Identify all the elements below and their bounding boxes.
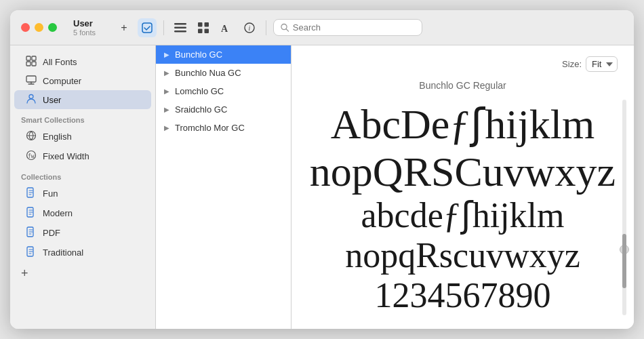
svg-rect-2 <box>174 26 186 28</box>
svg-rect-1 <box>174 23 186 25</box>
preview-line-uppercase2: nopQRSCuvwxyz <box>310 148 616 195</box>
svg-rect-7 <box>205 28 209 33</box>
font-list-item-label-5: Tromchlo Mor GC <box>175 123 245 133</box>
sidebar-item-traditional-label: Traditional <box>43 247 83 258</box>
font-list-item-tromchlo-mor-gc[interactable]: ▶ Tromchlo Mor GC <box>156 119 291 137</box>
fixed-width-icon: fw <box>25 150 37 163</box>
content-area: All Fonts Computer User <box>10 45 634 329</box>
sidebar-item-computer[interactable]: Computer <box>14 72 151 90</box>
svg-rect-5 <box>205 22 209 27</box>
svg-point-18 <box>29 95 33 99</box>
sidebar-item-fixed-width-label: Fixed Width <box>43 151 89 161</box>
maximize-button[interactable] <box>48 23 57 32</box>
svg-rect-14 <box>32 56 36 60</box>
sidebar: All Fonts Computer User <box>10 45 156 329</box>
expand-chevron-3: ▶ <box>164 87 169 95</box>
svg-text:fw: fw <box>28 153 35 159</box>
sidebar-item-computer-label: Computer <box>43 76 81 86</box>
all-fonts-icon <box>25 56 37 68</box>
expand-chevron-4: ▶ <box>164 106 169 113</box>
window-title: User <box>73 18 96 28</box>
svg-rect-0 <box>142 23 152 33</box>
computer-icon <box>25 75 37 87</box>
svg-text:A: A <box>221 24 228 33</box>
font-preview-content: AbcDeƒʃhijklm nopQRSCuvwxyz abcdeƒʃhijkl… <box>308 98 618 318</box>
collections-label: Collections <box>10 166 155 184</box>
font-list-item-label-4: Sraidchlo GC <box>175 104 227 115</box>
toolbar-actions: + <box>115 18 422 37</box>
sidebar-item-user[interactable]: User <box>14 90 151 109</box>
sidebar-item-modern-label: Modern <box>43 208 73 218</box>
pdf-icon <box>25 226 37 239</box>
svg-rect-4 <box>198 22 203 27</box>
window-subtitle: 5 fonts <box>73 28 96 37</box>
search-box[interactable] <box>273 19 422 36</box>
svg-line-12 <box>286 29 289 32</box>
font-list: ▶ Bunchlo GC ▶ Bunchlo Nua GC ▶ Lomchlo … <box>156 45 291 329</box>
font-name-preview: Bunchlo GC Regular <box>308 80 618 91</box>
minimize-button[interactable] <box>35 23 43 32</box>
svg-rect-6 <box>198 28 203 33</box>
preview-line-numbers: 1234567890 <box>375 276 551 315</box>
scrollbar-thumb[interactable] <box>622 234 626 288</box>
font-list-item-label: Bunchlo GC <box>175 49 222 60</box>
traffic-lights <box>21 23 57 32</box>
grid-view-button[interactable] <box>194 18 213 37</box>
size-label: Size: <box>562 59 582 69</box>
font-list-item-lomchlo-gc[interactable]: ▶ Lomchlo GC <box>156 82 291 100</box>
window-title-section: User 5 fonts <box>73 18 96 37</box>
search-input[interactable] <box>293 22 415 33</box>
smart-collections-label: Smart Collections <box>10 109 155 127</box>
sidebar-item-modern[interactable]: Modern <box>14 203 151 223</box>
sidebar-item-pdf[interactable]: PDF <box>14 223 151 243</box>
user-icon <box>25 94 37 106</box>
sidebar-item-fixed-width[interactable]: fw Fixed Width <box>14 146 151 166</box>
scrollbar-area[interactable] <box>620 100 628 315</box>
size-select[interactable]: Fit 12 18 24 36 48 72 <box>586 56 618 72</box>
sidebar-item-all-fonts[interactable]: All Fonts <box>14 52 151 72</box>
sidebar-item-all-fonts-label: All Fonts <box>43 57 77 67</box>
toolbar-separator-1 <box>163 20 164 35</box>
font-list-item-bunchlo-gc[interactable]: ▶ Bunchlo GC <box>156 45 291 64</box>
preview-line-uppercase: AbcDeƒʃhijklm <box>331 101 595 147</box>
scrollbar-track <box>622 100 626 315</box>
add-font-button[interactable]: + <box>115 18 134 37</box>
english-icon <box>25 130 37 143</box>
sidebar-item-user-label: User <box>43 95 61 105</box>
preview-line-lowercase2: nopqRscuvwxyz <box>345 236 580 275</box>
toolbar-separator-2 <box>266 20 266 35</box>
add-collection-button[interactable]: + <box>10 262 39 285</box>
titlebar: User 5 fonts + <box>10 10 634 45</box>
app-window: User 5 fonts + <box>10 10 634 329</box>
sidebar-item-fun-label: Fun <box>43 188 58 199</box>
font-list-item-label-3: Lomchlo GC <box>175 86 224 96</box>
svg-rect-17 <box>26 76 36 82</box>
svg-text:i: i <box>249 24 251 32</box>
sidebar-item-english[interactable]: English <box>14 127 151 146</box>
info-button[interactable]: i <box>240 18 259 37</box>
font-list-item-label-2: Bunchlo Nua GC <box>175 68 241 78</box>
svg-rect-15 <box>26 62 31 66</box>
search-icon <box>281 23 289 32</box>
traditional-icon <box>25 246 37 259</box>
close-button[interactable] <box>21 23 30 32</box>
expand-chevron-2: ▶ <box>164 69 169 77</box>
svg-rect-3 <box>174 31 186 33</box>
size-control: Size: Fit 12 18 24 36 48 72 <box>562 56 618 72</box>
expand-chevron: ▶ <box>164 51 169 58</box>
preview-line-lowercase: abcdeƒʃhijklm <box>361 196 564 235</box>
modern-icon <box>25 207 37 220</box>
preview-area: Size: Fit 12 18 24 36 48 72 Bunchlo GC R… <box>291 45 634 329</box>
sidebar-item-traditional[interactable]: Traditional <box>14 243 151 262</box>
svg-rect-13 <box>26 56 31 60</box>
font-preview-button[interactable]: A <box>217 18 236 37</box>
sidebar-item-english-label: English <box>43 132 72 142</box>
checkmark-button[interactable] <box>138 18 157 37</box>
fun-icon <box>25 187 37 200</box>
font-list-item-bunchlo-nua-gc[interactable]: ▶ Bunchlo Nua GC <box>156 64 291 82</box>
font-list-item-sraidchlo-gc[interactable]: ▶ Sraidchlo GC <box>156 100 291 119</box>
sidebar-item-fun[interactable]: Fun <box>14 184 151 203</box>
sidebar-item-pdf-label: PDF <box>43 228 60 238</box>
preview-header: Size: Fit 12 18 24 36 48 72 <box>308 56 618 72</box>
list-view-button[interactable] <box>171 18 190 37</box>
